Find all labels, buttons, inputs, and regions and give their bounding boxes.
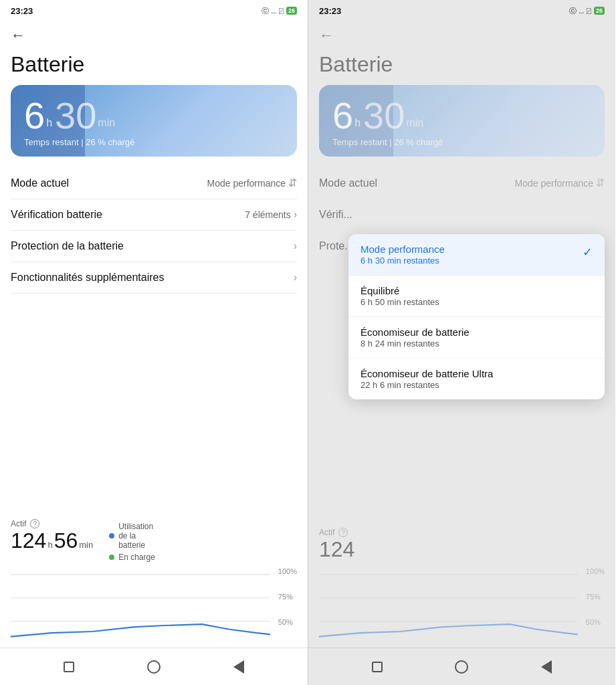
- check-icon-performance: ✓: [583, 245, 593, 260]
- legend-battery-usage: Utilisationde labatterie: [109, 522, 155, 550]
- chart-label-75-r: 75%: [586, 593, 605, 601]
- battery-badge-left: 26: [286, 7, 297, 15]
- nav-back-left[interactable]: [231, 659, 247, 675]
- chart-label-100-r: 100%: [586, 567, 605, 575]
- settings-fonctionnalites[interactable]: Fonctionnalités supplémentaires ›: [11, 262, 297, 294]
- battery-hours-right: 6: [332, 97, 353, 134]
- dropdown-sub-performance: 6 h 30 min restantes: [361, 256, 445, 266]
- settings-protection-label: Protection de la batterie: [11, 240, 124, 252]
- settings-protection[interactable]: Protection de la batterie ›: [11, 231, 297, 262]
- dropdown-item-equilibre[interactable]: Équilibré 6 h 50 min restantes: [348, 276, 605, 317]
- chevron-protection: ›: [294, 240, 297, 252]
- dropdown-item-performance[interactable]: Mode performance 6 h 30 min restantes ✓: [348, 234, 605, 276]
- legend-dot-blue: [109, 533, 114, 539]
- settings-verification-label-right: Vérifi...: [319, 209, 352, 221]
- wifi-icon: ⍁: [279, 7, 284, 15]
- nav-recents-left[interactable]: [61, 659, 77, 675]
- battery-card-right: 6 h 30 min Temps restant | 26 % chargé: [319, 85, 605, 157]
- status-bar-right: 23:23 ⓒ ⎵ ⍁ 26: [308, 0, 615, 20]
- nav-triangle-icon-r: [541, 660, 552, 674]
- settings-verification[interactable]: Vérification batterie 7 éléments ›: [11, 199, 297, 231]
- dropdown-title-performance: Mode performance: [361, 243, 445, 255]
- settings-fonctionnalites-label: Fonctionnalités supplémentaires: [11, 272, 164, 284]
- legend-charging-label: En charge: [118, 553, 155, 562]
- settings-mode-actuel[interactable]: Mode actuel Mode performance ⇵: [11, 167, 297, 199]
- nav-square-icon: [64, 662, 74, 672]
- usage-active-label-left: Actif ?: [11, 519, 93, 528]
- chart-area-right: 100% 75% 50%: [308, 567, 615, 648]
- status-bar-left: 23:23 ⓒ ⎵ ⍁ 26: [0, 0, 308, 20]
- status-icons-right: ⓒ ⎵ ⍁ 26: [569, 6, 605, 16]
- usage-active-label-right: Actif ?: [319, 528, 354, 537]
- chart-labels-right: 100% 75% 50%: [586, 567, 605, 626]
- chevron-verification: ›: [294, 209, 297, 221]
- settings-mode-label-right: Mode actuel: [319, 177, 377, 189]
- settings-protection-value: ›: [294, 240, 297, 252]
- wifi-icon-r: ⍁: [587, 7, 591, 15]
- settings-mode-label: Mode actuel: [11, 177, 69, 189]
- battery-subtitle-right: Temps restant | 26 % chargé: [332, 137, 591, 147]
- dropdown-sub-ultra: 22 h 6 min restantes: [361, 380, 493, 390]
- nav-bar-left: [0, 648, 308, 685]
- chevron-mode-right: ⇵: [596, 177, 605, 189]
- bluetooth-icon: ⓒ: [262, 6, 269, 16]
- usage-hours-left: 124: [11, 528, 46, 553]
- nav-back-right[interactable]: [538, 659, 554, 675]
- chart-labels-left: 100% 75% 50%: [278, 567, 297, 626]
- nav-home-right[interactable]: [453, 659, 470, 675]
- bluetooth-icon-r: ⓒ: [569, 6, 577, 16]
- usage-min-label-left: min: [79, 540, 93, 553]
- status-time-left: 23:23: [11, 6, 33, 16]
- chart-svg-right: [319, 567, 578, 648]
- battery-mins-left: 30: [55, 97, 96, 134]
- dropdown-title-equilibre: Équilibré: [361, 285, 439, 296]
- chart-label-50: 50%: [278, 618, 297, 626]
- left-panel: 23:23 ⓒ ⎵ ⍁ 26 ← Batterie 6 h 30 min Tem…: [0, 0, 308, 685]
- page-title-left: Batterie: [0, 47, 308, 85]
- chart-label-75: 75%: [278, 593, 297, 601]
- battery-h-right: h: [354, 117, 361, 134]
- settings-verification-value: 7 éléments ›: [245, 209, 297, 221]
- settings-mode-actuel-right[interactable]: Mode actuel Mode performance ⇵: [319, 167, 605, 199]
- battery-min-right: min: [406, 117, 423, 134]
- settings-mode-value: Mode performance ⇵: [207, 177, 297, 189]
- signal-icon-r: ⎵: [579, 7, 584, 15]
- nav-home-left[interactable]: [146, 659, 162, 675]
- dropdown-title-ultra: Économiseur de batterie Ultra: [361, 368, 493, 379]
- nav-recents-right[interactable]: [369, 659, 385, 675]
- signal-icon: ⎵: [272, 7, 276, 15]
- settings-fonctionnalites-value: ›: [294, 272, 297, 284]
- legend-dot-green: [109, 555, 114, 560]
- usage-section-right: Actif ? 124: [308, 520, 615, 567]
- settings-verification-label: Vérification batterie: [11, 209, 102, 221]
- usage-h-label-left: h: [47, 540, 52, 553]
- nav-circle-icon-r: [455, 660, 468, 674]
- legend-battery-label: Utilisationde labatterie: [118, 522, 153, 550]
- chart-svg-left: [11, 567, 270, 648]
- status-icons-left: ⓒ ⎵ ⍁ 26: [262, 6, 297, 16]
- dropdown-title-economiseur: Économiseur de batterie: [361, 326, 470, 338]
- back-row-left[interactable]: ←: [0, 20, 308, 47]
- chart-area-left: 100% 75% 50%: [0, 567, 308, 648]
- legend-charging: En charge: [109, 553, 155, 562]
- back-row-right[interactable]: ←: [308, 20, 615, 47]
- back-arrow-left[interactable]: ←: [11, 27, 25, 43]
- status-time-right: 23:23: [319, 6, 341, 16]
- nav-bar-right: [308, 648, 615, 685]
- battery-mins-right: 30: [363, 97, 405, 134]
- usage-mins-left: 56: [54, 528, 78, 553]
- chart-label-50-r: 50%: [586, 618, 605, 626]
- usage-hours-right: 124: [319, 537, 354, 562]
- nav-triangle-icon: [233, 660, 244, 674]
- right-panel: 23:23 ⓒ ⎵ ⍁ 26 ← Batterie 6 h 30 min Tem…: [308, 0, 615, 685]
- dropdown-item-ultra[interactable]: Économiseur de batterie Ultra 22 h 6 min…: [348, 359, 605, 399]
- page-title-right: Batterie: [308, 47, 615, 85]
- settings-verification-right: Vérifi...: [319, 199, 605, 231]
- dropdown-sub-equilibre: 6 h 50 min restantes: [361, 297, 439, 307]
- dropdown-item-economiseur[interactable]: Économiseur de batterie 8 h 24 min resta…: [348, 317, 605, 359]
- mode-dropdown: Mode performance 6 h 30 min restantes ✓ …: [348, 234, 605, 399]
- settings-list-left: Mode actuel Mode performance ⇵ Vérificat…: [0, 167, 308, 511]
- back-arrow-right[interactable]: ←: [319, 27, 334, 43]
- nav-square-icon-r: [372, 662, 383, 672]
- battery-badge-right: 26: [594, 7, 605, 15]
